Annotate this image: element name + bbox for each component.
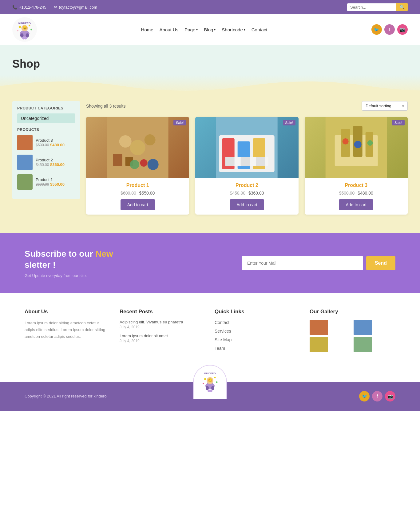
footer-post-1: Adipiscing elit. Vivamus eu pharetra Jul… (120, 320, 205, 329)
footer-post-2: Lorem ipsum dolor sit amet July 4, 2019 (120, 334, 205, 343)
footer-bottom-wrapper: KINDERO 😊 Copyright © 2021 All right res… (0, 382, 420, 411)
product-3-name: Product 3 (309, 183, 403, 188)
sidebar-products-list: Product 3 $500.00 $480.00 Product 2 $450… (17, 135, 75, 190)
svg-point-6 (24, 37, 27, 40)
footer: About Us Lorem ipsum dolor sitting ametc… (0, 293, 420, 363)
newsletter-email-input[interactable] (242, 256, 363, 270)
product-2-add-to-cart[interactable]: Add to cart (230, 199, 264, 210)
search-input[interactable] (347, 3, 396, 11)
shop-header: Showing all 3 results Default sorting Pr… (86, 101, 408, 111)
search-button[interactable]: 🔍 (396, 3, 408, 11)
product-3-image-wrap: Sale! (305, 117, 408, 178)
product-3-add-to-cart[interactable]: Add to cart (339, 199, 373, 210)
product-1-image-wrap: Sale! (86, 117, 189, 178)
instagram-button[interactable]: 📷 (397, 24, 408, 35)
sidebar: PRODUCT CATEGORIES Uncategorized PRODUCT… (12, 101, 80, 199)
product-3-price: $500.00 $480.00 (309, 191, 403, 196)
footer-link-sitemap[interactable]: Site Map (215, 337, 300, 342)
product-1-add-to-cart[interactable]: Add to cart (121, 199, 155, 210)
product-card-1: Sale! Product 1 $600.00 $550.00 Add to c… (86, 117, 189, 215)
nav-page[interactable]: Page ▾ (184, 27, 198, 32)
category-uncategorized[interactable]: Uncategorized (17, 113, 75, 123)
phone-icon: 📞 (12, 5, 17, 10)
sort-wrapper: Default sorting Price: Low to High Price… (362, 101, 408, 111)
product-1-name: Product 1 (90, 183, 185, 188)
nav-shortcode[interactable]: Shortcode ▾ (222, 27, 245, 32)
shop-content: PRODUCT CATEGORIES Uncategorized PRODUCT… (0, 95, 420, 233)
footer-quicklinks: Quick Links Contact Services Site Map Te… (215, 309, 300, 354)
gallery-item-2 (354, 320, 372, 335)
header: KINDERO 😊 Home About Us Page ▾ Blog ▾ Sh… (0, 14, 420, 45)
svg-point-48 (203, 383, 204, 384)
facebook-button[interactable]: f (384, 24, 395, 35)
footer-link-team[interactable]: Team (215, 346, 300, 351)
product-2-price: $450.00 $360.00 (200, 191, 294, 196)
svg-point-37 (367, 140, 373, 146)
product-3-new-price: $480.00 (358, 191, 373, 196)
nav-about[interactable]: About Us (160, 27, 179, 32)
footer-about: About Us Lorem ipsum dolor sitting ametc… (25, 309, 110, 354)
footer-link-services[interactable]: Services (215, 328, 300, 334)
footer-social: 🐦 f 📷 (359, 391, 395, 401)
twitter-button[interactable]: 🐦 (371, 24, 382, 35)
sort-select[interactable]: Default sorting Price: Low to High Price… (362, 101, 408, 111)
svg-point-49 (216, 381, 218, 383)
page-title: Shop (12, 57, 408, 70)
sidebar-product-3-info: Product 3 $500.00 $480.00 (36, 138, 65, 147)
product-card-3: Sale! Product 3 $500.00 $480.00 Add to c… (305, 117, 408, 215)
svg-text:KINDERO: KINDERO (18, 22, 31, 25)
newsletter-right: Send (242, 256, 395, 270)
product-2-image-wrap: Sale! (195, 117, 298, 178)
sidebar-product-2-info: Product 2 $450.00 $360.00 (36, 158, 65, 167)
footer-link-contact[interactable]: Contact (215, 320, 300, 325)
footer-facebook-button[interactable]: f (372, 391, 382, 401)
footer-gallery: Our Gallery (310, 309, 395, 354)
footer-about-text: Lorem ipsum dolor sitting ametcon ectetu… (25, 320, 110, 340)
footer-post-2-title: Lorem ipsum dolor sit amet (120, 334, 205, 338)
nav-contact[interactable]: Contact (252, 27, 267, 32)
email-address: toyfactoy@gmail.com (59, 5, 97, 10)
svg-point-13 (119, 135, 132, 148)
footer-quicklinks-title: Quick Links (215, 309, 300, 315)
email-info: ✉ toyfactoy@gmail.com (54, 5, 97, 10)
svg-text:😊: 😊 (208, 378, 212, 382)
phone-info: 📞 +1012-478-245 (12, 5, 46, 10)
blog-chevron: ▾ (214, 28, 216, 31)
nav-blog[interactable]: Blog ▾ (204, 27, 216, 32)
wave-divider (0, 77, 420, 95)
sidebar-product-1-image (17, 174, 33, 190)
top-bar-search: 🔍 (347, 3, 408, 11)
gallery-item-4 (354, 337, 372, 352)
nav-home[interactable]: Home (141, 27, 153, 32)
sidebar-product-3-image (17, 135, 33, 150)
footer-twitter-button[interactable]: 🐦 (359, 391, 370, 401)
product-3-image (305, 117, 408, 178)
products-title: PRODUCTS (17, 128, 75, 132)
footer-grid: About Us Lorem ipsum dolor sitting ametc… (25, 309, 395, 354)
phone-number: +1012-478-245 (19, 5, 46, 10)
svg-text:😊: 😊 (22, 25, 27, 30)
footer-instagram-button[interactable]: 📷 (385, 391, 395, 401)
sidebar-product-2-image (17, 155, 33, 170)
logo-image: KINDERO 😊 (12, 17, 37, 42)
newsletter-send-button[interactable]: Send (366, 256, 395, 270)
newsletter-left: Subscribe to our New sletter ! Get Updat… (25, 248, 113, 278)
footer-gallery-title: Our Gallery (310, 309, 395, 315)
svg-point-11 (30, 29, 32, 30)
product-grid: Sale! Product 1 $600.00 $550.00 Add to c… (86, 117, 408, 215)
product-2-name: Product 2 (200, 183, 294, 188)
main-nav: Home About Us Page ▾ Blog ▾ Shortcode ▾ … (141, 27, 267, 32)
newsletter-section: Subscribe to our New sletter ! Get Updat… (0, 233, 420, 293)
gallery-item-3 (310, 337, 328, 352)
product-1-info: Product 1 $600.00 $550.00 Add to cart (86, 178, 189, 215)
categories-title: PRODUCT CATEGORIES (17, 106, 75, 110)
product-card-2: Sale! Product 2 $450.00 $360.00 Add to c… (195, 117, 298, 215)
product-2-sale-badge: Sale! (283, 120, 295, 125)
svg-point-20 (148, 159, 159, 170)
footer-logo-area: KINDERO 😊 (193, 365, 227, 399)
search-box[interactable]: 🔍 (347, 3, 408, 11)
footer-posts: Recent Posts Adipiscing elit. Vivamus eu… (120, 309, 205, 354)
email-icon: ✉ (54, 5, 57, 10)
hero-banner: Shop (0, 45, 420, 95)
newsletter-title: Subscribe to our New sletter ! (25, 248, 113, 271)
